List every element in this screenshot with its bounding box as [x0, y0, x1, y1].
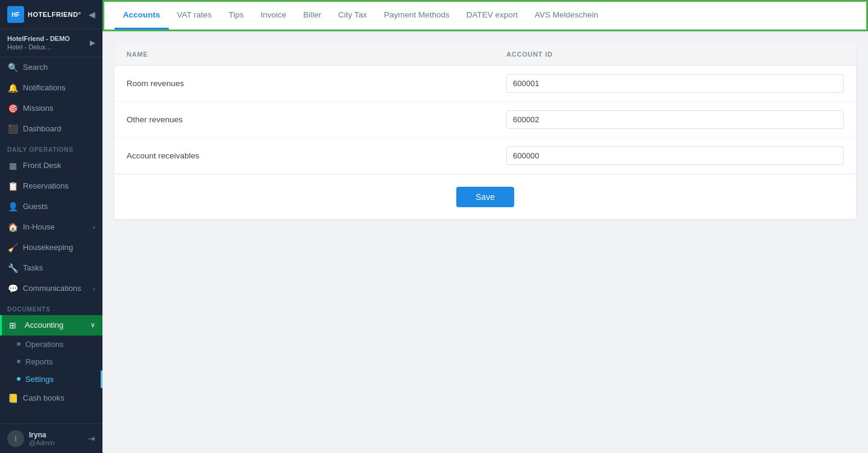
account-id-input-room-revenues[interactable] [506, 74, 844, 93]
sidebar-item-tasks[interactable]: 🔧 Tasks [0, 258, 102, 278]
table-row: Account receivables [115, 138, 856, 174]
sidebar-item-settings[interactable]: Settings [0, 370, 102, 388]
avatar: I [7, 430, 24, 447]
sidebar-label-operations: Operations [25, 340, 64, 349]
row-name-account-receivables: Account receivables [115, 143, 494, 169]
sidebar-item-communications[interactable]: 💬 Communications › [0, 278, 102, 299]
sidebar-item-dashboard[interactable]: ⬛ Dashboard [0, 119, 102, 139]
account-id-input-other-revenues[interactable] [506, 110, 844, 129]
collapse-icon[interactable]: ◀ [89, 10, 95, 19]
sidebar-item-accounting[interactable]: ⊞ Accounting ∨ [0, 315, 102, 336]
main-content: Accounts VAT rates Tips Invoice Biller C… [102, 0, 868, 453]
communications-icon: 💬 [7, 284, 18, 293]
save-row: Save [115, 174, 856, 219]
communications-chevron: › [93, 285, 95, 292]
tasks-icon: 🔧 [7, 263, 18, 273]
sidebar-item-guests[interactable]: 👤 Guests [0, 196, 102, 217]
tab-avs-meldeschein[interactable]: AVS Meldeschein [526, 2, 607, 30]
row-name-room-revenues: Room revenues [115, 70, 494, 96]
col-name-header: NAME [115, 43, 494, 65]
row-input-cell-room-revenues [494, 68, 856, 99]
front-desk-icon: ▦ [7, 161, 18, 170]
reports-dot [17, 360, 20, 363]
sidebar-item-operations[interactable]: Operations [0, 336, 102, 353]
row-input-cell-other-revenues [494, 104, 856, 135]
row-input-cell-account-receivables [494, 140, 856, 171]
user-role: @Admin [29, 439, 88, 446]
hotel-name: HotelFriend - DEMO [7, 34, 70, 43]
col-account-id-header: ACCOUNT ID [494, 43, 856, 65]
user-footer: I Iryna @Admin ⇥ [0, 423, 102, 453]
sidebar-label-settings: Settings [25, 375, 54, 384]
table-row: Room revenues [115, 66, 856, 102]
in-house-icon: 🏠 [7, 222, 18, 232]
tab-tips[interactable]: Tips [220, 2, 252, 30]
row-name-other-revenues: Other revenues [115, 107, 494, 133]
account-id-input-account-receivables[interactable] [506, 146, 844, 165]
logo-text: HOTELFRIEND° [28, 11, 81, 18]
sidebar-label-housekeeping: Housekeeping [23, 243, 73, 252]
hotel-subtitle: Hotel - Delux... [7, 43, 70, 51]
search-icon: 🔍 [7, 63, 18, 72]
sidebar-item-housekeeping[interactable]: 🧹 Housekeeping [0, 237, 102, 258]
sidebar-item-reservations[interactable]: 📋 Reservations [0, 176, 102, 196]
hotel-expand-icon: ▶ [90, 39, 95, 47]
sidebar-item-reports[interactable]: Reports [0, 353, 102, 370]
sidebar-nav: 🔍 Search 🔔 Notifications 🎯 Missions ⬛ Da… [0, 57, 102, 423]
tab-payment-methods[interactable]: Payment Methods [376, 2, 458, 30]
bell-icon: 🔔 [7, 83, 18, 93]
logout-icon[interactable]: ⇥ [88, 434, 95, 443]
sidebar-label-reservations: Reservations [23, 181, 69, 190]
sidebar-label-dashboard: Dashboard [23, 124, 61, 133]
sidebar-label-communications: Communications [23, 284, 81, 293]
sidebar-item-in-house[interactable]: 🏠 In-House › [0, 217, 102, 237]
user-name: Iryna [29, 431, 88, 439]
save-button[interactable]: Save [456, 187, 514, 207]
logo-area: HF HOTELFRIEND° ◀ [0, 0, 102, 30]
sidebar-item-notifications[interactable]: 🔔 Notifications [0, 78, 102, 98]
housekeeping-icon: 🧹 [7, 243, 18, 252]
sidebar-label-reports: Reports [25, 357, 53, 366]
accounting-chevron: ∨ [90, 321, 95, 329]
table-row: Other revenues [115, 102, 856, 138]
sidebar-label-search: Search [23, 63, 48, 72]
sidebar-label-front-desk: Front Desk [23, 161, 61, 170]
settings-dot [17, 377, 20, 381]
sidebar-item-front-desk[interactable]: ▦ Front Desk [0, 155, 102, 176]
tab-invoice[interactable]: Invoice [252, 2, 295, 30]
section-documents: DOCUMENTS [0, 299, 102, 315]
tab-city-tax[interactable]: City Tax [330, 2, 376, 30]
tab-datev-export[interactable]: DATEV export [458, 2, 526, 30]
sidebar-label-tasks: Tasks [23, 263, 43, 272]
sidebar-label-accounting: Accounting [25, 320, 63, 330]
sidebar-item-search[interactable]: 🔍 Search [0, 57, 102, 78]
tab-accounts[interactable]: Accounts [115, 2, 169, 30]
operations-dot [17, 342, 20, 346]
hotel-info[interactable]: HotelFriend - DEMO Hotel - Delux... ▶ [0, 30, 102, 57]
in-house-chevron: › [93, 223, 95, 231]
sidebar-item-cash-books[interactable]: 📒 Cash books [0, 388, 102, 408]
accounting-icon: ⊞ [9, 320, 20, 330]
tab-vat-rates[interactable]: VAT rates [169, 2, 221, 30]
section-daily-operations: DAILY OPERATIONS [0, 139, 102, 155]
missions-icon: 🎯 [7, 104, 18, 113]
dashboard-icon: ⬛ [7, 124, 18, 134]
sidebar-label-cash-books: Cash books [23, 393, 64, 402]
content-area: NAME ACCOUNT ID Room revenues Other reve… [102, 31, 868, 453]
sidebar-label-missions: Missions [23, 104, 54, 113]
guests-icon: 👤 [7, 202, 18, 211]
table-header: NAME ACCOUNT ID [115, 43, 856, 66]
sidebar: HF HOTELFRIEND° ◀ HotelFriend - DEMO Hot… [0, 0, 102, 453]
cash-books-icon: 📒 [7, 393, 18, 403]
sidebar-label-notifications: Notifications [23, 83, 66, 92]
logo-icon: HF [7, 6, 24, 23]
sidebar-label-in-house: In-House [23, 222, 55, 231]
sidebar-label-guests: Guests [23, 202, 48, 211]
tab-biller[interactable]: Biller [295, 2, 330, 30]
sidebar-item-missions[interactable]: 🎯 Missions [0, 98, 102, 119]
tabs-bar: Accounts VAT rates Tips Invoice Biller C… [102, 0, 868, 31]
accounts-panel: NAME ACCOUNT ID Room revenues Other reve… [115, 43, 856, 219]
reservations-icon: 📋 [7, 181, 18, 191]
